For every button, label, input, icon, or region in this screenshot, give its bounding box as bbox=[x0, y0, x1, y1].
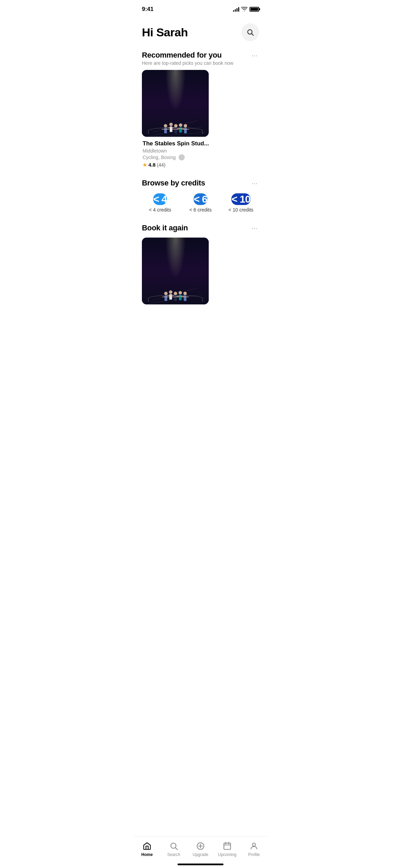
recommended-title: Recommended for you bbox=[142, 51, 233, 60]
book-again-card-image[interactable] bbox=[142, 238, 209, 304]
upgrade-icon bbox=[196, 841, 205, 851]
header: Hi Sarah bbox=[142, 23, 259, 41]
credit-card-10-below: < 10 credits bbox=[229, 207, 254, 213]
card-title: The Stables Spin Stud... bbox=[143, 140, 258, 147]
profile-icon bbox=[249, 841, 259, 851]
carousel-dot bbox=[179, 154, 185, 160]
header-search-button[interactable] bbox=[241, 23, 259, 41]
rating-count: (44) bbox=[157, 162, 166, 168]
recommended-card[interactable]: The Stables Spin Stud... Middletown Cycl… bbox=[142, 70, 259, 168]
status-time: 9:41 bbox=[142, 6, 154, 13]
book-again-spin-people bbox=[142, 290, 209, 301]
browse-credits-section: Browse by credits ··· < 4 < 4 credits < … bbox=[142, 179, 259, 213]
svg-rect-7 bbox=[224, 843, 231, 849]
credit-card-4[interactable]: < 4 bbox=[153, 193, 167, 205]
status-bar: 9:41 bbox=[134, 0, 267, 16]
credit-card-wrapper-10: < 10 < 10 credits bbox=[223, 193, 259, 213]
signal-icon bbox=[233, 7, 239, 12]
svg-line-3 bbox=[175, 848, 178, 850]
search-icon bbox=[246, 28, 254, 36]
recommended-title-group: Recommended for you Here are top-rated p… bbox=[142, 51, 233, 66]
credit-card-wrapper-4: < 4 < 4 credits bbox=[142, 193, 178, 213]
browse-credits-header: Browse by credits ··· bbox=[142, 179, 259, 189]
card-tags-row: Cycling, Boxing bbox=[143, 154, 258, 160]
battery-icon bbox=[250, 7, 259, 12]
upcoming-icon bbox=[222, 841, 232, 851]
nav-label-profile: Profile bbox=[248, 852, 260, 857]
recommended-more-button[interactable]: ··· bbox=[250, 51, 259, 61]
card-info: The Stables Spin Stud... Middletown Cycl… bbox=[142, 140, 259, 168]
star-icon: ★ bbox=[143, 162, 147, 168]
card-location: Middletown bbox=[143, 148, 258, 154]
credit-card-4-below: < 4 credits bbox=[149, 207, 171, 213]
nav-item-search[interactable]: Search bbox=[160, 840, 187, 858]
browse-credits-more-button[interactable]: ··· bbox=[250, 179, 259, 189]
nav-label-upgrade: Upgrade bbox=[193, 852, 208, 857]
rating-value: 4.8 bbox=[148, 162, 156, 168]
credit-card-10-label: < 10 bbox=[231, 193, 250, 205]
recommended-section: Recommended for you Here are top-rated p… bbox=[142, 51, 259, 168]
card-tags: Cycling, Boxing bbox=[143, 155, 176, 160]
search-nav-icon bbox=[169, 841, 179, 851]
book-again-title: Book it again bbox=[142, 224, 188, 232]
status-icons bbox=[233, 7, 259, 12]
credit-card-6-label: < 6 bbox=[194, 193, 207, 205]
browse-credits-title: Browse by credits bbox=[142, 179, 205, 188]
book-again-more-button[interactable]: ··· bbox=[250, 224, 259, 233]
nav-label-search: Search bbox=[167, 852, 180, 857]
credit-card-4-label: < 4 bbox=[153, 193, 167, 205]
home-icon bbox=[142, 841, 152, 851]
book-again-header: Book it again ··· bbox=[142, 224, 259, 233]
book-again-spin-visual bbox=[142, 238, 209, 304]
book-again-section: Book it again ··· bbox=[142, 224, 259, 304]
credit-card-6-below: < 6 credits bbox=[190, 207, 212, 213]
nav-item-profile[interactable]: Profile bbox=[241, 840, 267, 858]
nav-item-home[interactable]: Home bbox=[134, 840, 160, 858]
home-indicator bbox=[178, 864, 223, 865]
main-content: Hi Sarah Recommended for you Here are to… bbox=[134, 16, 267, 339]
nav-item-upcoming[interactable]: Upcoming bbox=[214, 840, 241, 858]
nav-label-home: Home bbox=[141, 852, 153, 857]
greeting: Hi Sarah bbox=[142, 26, 188, 39]
credit-card-wrapper-6: < 6 < 6 credits bbox=[182, 193, 219, 213]
nav-item-upgrade[interactable]: Upgrade bbox=[187, 840, 214, 858]
spin-people bbox=[142, 123, 209, 133]
svg-point-11 bbox=[253, 843, 256, 846]
wifi-icon bbox=[241, 7, 247, 12]
credits-cards: < 4 < 4 credits < 6 < 6 credits < 10 < 1… bbox=[142, 193, 259, 213]
card-rating: ★ 4.8 (44) bbox=[143, 162, 258, 168]
recommended-header: Recommended for you Here are top-rated p… bbox=[142, 51, 259, 66]
credit-card-10[interactable]: < 10 bbox=[231, 193, 250, 205]
credit-card-6[interactable]: < 6 bbox=[194, 193, 207, 205]
recommended-card-image bbox=[142, 70, 209, 137]
nav-label-upcoming: Upcoming bbox=[218, 852, 236, 857]
spin-class-visual bbox=[142, 70, 209, 137]
recommended-subtitle: Here are top-rated picks you can book no… bbox=[142, 60, 233, 66]
svg-line-1 bbox=[252, 34, 253, 35]
